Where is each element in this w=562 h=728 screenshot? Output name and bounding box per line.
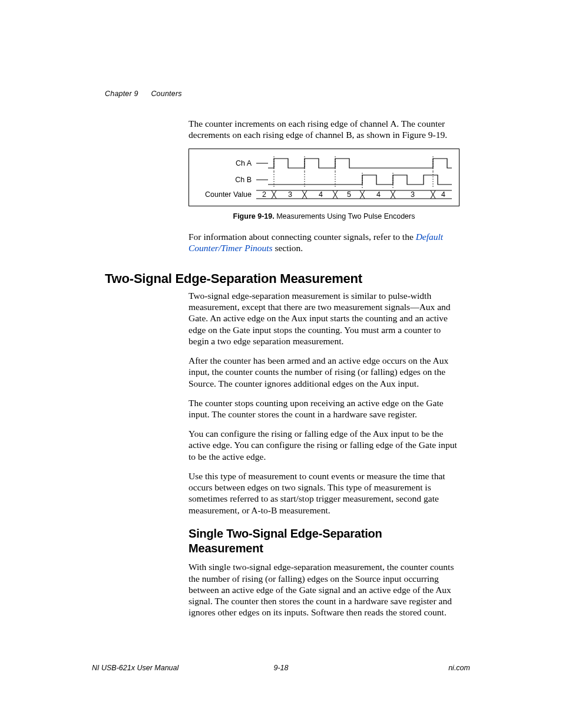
figure-label-counter: Counter Value (196, 190, 256, 200)
para-2: After the counter has been armed and an … (189, 355, 459, 389)
intro-paragraph: The counter increments on each rising ed… (189, 118, 459, 140)
figure-9-19: Ch A Ch B (189, 149, 459, 206)
heading-two-signal-edge-separation: Two-Signal Edge-Separation Measurement (105, 271, 362, 286)
page-footer: NI USB-621x User Manual 9-18 ni.com (92, 664, 470, 672)
counter-v4: 4 (376, 190, 381, 200)
body-main: Two-signal edge-separation measurement i… (189, 290, 459, 626)
counter-v3: 5 (347, 190, 351, 200)
figure-row-counter: Counter Value (196, 188, 452, 201)
info-post: section. (273, 243, 303, 253)
figure-caption: Figure 9-19. Measurements Using Two Puls… (189, 212, 459, 222)
counter-values: 2 3 4 5 4 3 4 (256, 188, 452, 201)
running-header: Chapter 9 Counters (105, 90, 182, 98)
body-top: The counter increments on each rising ed… (189, 118, 459, 262)
counter-v0: 2 (262, 190, 266, 200)
waveform-chB (256, 172, 452, 188)
waveform-chA (256, 155, 452, 172)
counter-v5: 3 (411, 190, 415, 200)
para-1: Two-signal edge-separation measurement i… (189, 290, 459, 347)
counter-v1: 3 (288, 190, 292, 200)
figure-row-chA: Ch A (196, 155, 452, 172)
chapter-label: Chapter 9 (105, 90, 138, 98)
counter-v2: 4 (319, 190, 323, 200)
page: Chapter 9 Counters The counter increment… (0, 0, 562, 728)
para-6: With single two-signal edge-separation m… (189, 561, 459, 618)
figure-caption-bold: Figure 9-19. (233, 212, 275, 220)
heading-single-two-signal: Single Two-Signal Edge-Separation Measur… (189, 526, 459, 556)
footer-center: 9-18 (92, 664, 470, 672)
figure-label-chB: Ch B (196, 176, 256, 185)
figure-label-chA: Ch A (196, 159, 256, 169)
info-paragraph: For information about connecting counter… (189, 231, 459, 253)
counter-v6: 4 (441, 190, 445, 200)
figure-row-chB: Ch B (196, 172, 452, 188)
info-pre: For information about connecting counter… (189, 232, 416, 242)
para-4: You can configure the rising or falling … (189, 428, 459, 462)
figure-caption-text: Measurements Using Two Pulse Encoders (275, 212, 415, 220)
para-5: Use this type of measurement to count ev… (189, 470, 459, 516)
section-label: Counters (151, 90, 181, 98)
para-3: The counter stops counting upon receivin… (189, 397, 459, 420)
